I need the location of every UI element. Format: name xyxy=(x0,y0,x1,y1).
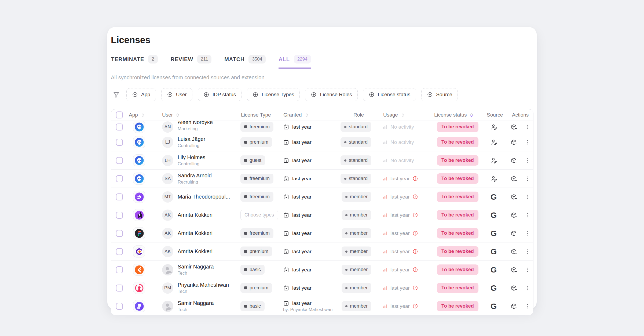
revoke-license-icon[interactable] xyxy=(510,285,517,292)
row-menu-kebab-icon[interactable] xyxy=(525,212,531,218)
tab-label: TERMINATE xyxy=(111,56,144,62)
choose-types-button[interactable]: Choose types xyxy=(240,210,278,220)
row-menu-kebab-icon[interactable] xyxy=(525,194,531,200)
warning-icon xyxy=(412,267,418,272)
filter-pill-idp-status[interactable]: IDP status xyxy=(198,88,241,101)
table-row: PM Priyanka MaheshwariTech premium last … xyxy=(111,279,533,297)
revoke-license-icon[interactable] xyxy=(510,248,517,255)
row-checkbox[interactable] xyxy=(116,124,123,130)
table-row: AK Amrita Kokkeri Choose types last year… xyxy=(111,206,533,224)
row-checkbox[interactable] xyxy=(116,266,123,273)
license-type-badge: premium xyxy=(240,137,272,147)
column-header-granted[interactable]: Granted xyxy=(279,112,340,118)
column-header-source[interactable]: Source xyxy=(480,112,501,118)
revoke-license-icon[interactable] xyxy=(510,139,517,146)
column-header-app[interactable]: App xyxy=(128,112,155,118)
sort-icon[interactable] xyxy=(469,113,474,118)
revoke-license-icon[interactable] xyxy=(510,230,517,237)
user-department: Tech xyxy=(178,307,214,312)
column-header-label: App xyxy=(129,112,138,118)
revoke-license-icon[interactable] xyxy=(510,175,517,182)
user-name: Samir Naggara xyxy=(178,264,214,270)
plus-circle-icon xyxy=(427,92,433,98)
table-row: SA Sandra ArnoldRecruiting freemium last… xyxy=(111,169,533,188)
dot-icon xyxy=(345,232,347,234)
row-checkbox[interactable] xyxy=(116,175,123,182)
role-badge: standard xyxy=(341,155,371,165)
row-checkbox[interactable] xyxy=(116,303,123,310)
row-checkbox[interactable] xyxy=(116,248,123,255)
plus-circle-icon xyxy=(167,92,173,98)
role-badge: member xyxy=(342,283,371,293)
filter-pill-license-roles[interactable]: License Roles xyxy=(305,88,357,101)
row-menu-kebab-icon[interactable] xyxy=(525,139,531,145)
row-menu-kebab-icon[interactable] xyxy=(525,285,531,291)
select-all-checkbox[interactable] xyxy=(116,111,123,118)
filter-pill-source[interactable]: Source xyxy=(421,88,458,101)
filter-pill-license-status[interactable]: License status xyxy=(363,88,416,101)
page-title: Licenses xyxy=(111,35,533,45)
user-name: Amrita Kokkeri xyxy=(178,248,213,255)
filter-pill-label: Source xyxy=(436,92,452,98)
usage-label: No activity xyxy=(390,124,414,130)
filter-pill-app[interactable]: App xyxy=(126,88,156,101)
sort-icon[interactable] xyxy=(175,113,180,118)
table-body: AN Aleen NordykeMarketing freemium last … xyxy=(111,121,533,315)
license-status-badge: To be revoked xyxy=(437,283,478,293)
column-header-label: License Type xyxy=(241,112,271,118)
row-menu-kebab-icon[interactable] xyxy=(525,267,531,273)
filter-pill-license-types[interactable]: License Types xyxy=(247,88,300,101)
revoke-license-icon[interactable] xyxy=(510,157,517,164)
revoke-license-icon[interactable] xyxy=(510,193,517,200)
square-glyph-icon xyxy=(244,250,247,253)
row-menu-kebab-icon[interactable] xyxy=(525,158,531,163)
row-checkbox[interactable] xyxy=(116,193,123,200)
filter-pill-label: App xyxy=(141,92,150,98)
column-header-license-type[interactable]: License Type xyxy=(239,112,279,118)
column-header-license-status[interactable]: License status xyxy=(429,112,480,118)
column-header-actions[interactable]: Actions xyxy=(501,112,533,118)
column-header-role[interactable]: Role xyxy=(340,112,375,118)
filter-bar: App User IDP status License Types Licens… xyxy=(111,88,533,101)
filter-pill-user[interactable]: User xyxy=(161,88,192,101)
filter-funnel-icon[interactable] xyxy=(113,91,120,98)
revoke-license-icon[interactable] xyxy=(510,212,517,219)
row-checkbox[interactable] xyxy=(116,139,123,146)
sort-icon[interactable] xyxy=(304,113,309,118)
tab-label: MATCH xyxy=(224,56,244,62)
row-checkbox[interactable] xyxy=(116,230,123,237)
tab-match[interactable]: MATCH 3504 xyxy=(224,55,266,69)
usage-label: No activity xyxy=(390,158,414,163)
square-glyph-icon xyxy=(244,195,247,198)
avatar: SA xyxy=(162,173,173,184)
row-menu-kebab-icon[interactable] xyxy=(525,176,531,182)
column-header-usage[interactable]: Usage xyxy=(375,112,429,118)
tab-review[interactable]: REVIEW 211 xyxy=(171,55,211,69)
usage: No activity xyxy=(382,158,414,163)
sort-icon[interactable] xyxy=(400,113,405,118)
usage: last year xyxy=(382,267,418,273)
row-menu-kebab-icon[interactable] xyxy=(525,230,531,236)
tab-terminate[interactable]: TERMINATE 2 xyxy=(111,55,158,69)
row-menu-kebab-icon[interactable] xyxy=(525,249,531,255)
tab-all[interactable]: ALL 2294 xyxy=(279,55,311,69)
granted-date: last year xyxy=(283,230,312,236)
filter-pill-label: License status xyxy=(378,92,410,98)
user-department: Tech xyxy=(178,289,229,294)
granted-date: last year xyxy=(283,285,312,291)
usage-bars-icon xyxy=(382,194,388,200)
row-menu-kebab-icon[interactable] xyxy=(525,124,531,130)
row-checkbox[interactable] xyxy=(116,157,123,164)
revoke-license-icon[interactable] xyxy=(510,124,517,130)
row-checkbox[interactable] xyxy=(116,285,123,292)
row-checkbox[interactable] xyxy=(116,212,123,219)
revoke-license-icon[interactable] xyxy=(510,303,517,310)
filter-pill-label: License Types xyxy=(262,92,294,98)
row-menu-kebab-icon[interactable] xyxy=(525,303,531,309)
sort-icon[interactable] xyxy=(140,113,145,118)
dot-icon xyxy=(344,178,346,180)
revoke-license-icon[interactable] xyxy=(510,266,517,273)
google-source-icon: G xyxy=(491,302,497,310)
usage: last year xyxy=(382,194,418,200)
column-header-user[interactable]: User xyxy=(155,112,239,118)
